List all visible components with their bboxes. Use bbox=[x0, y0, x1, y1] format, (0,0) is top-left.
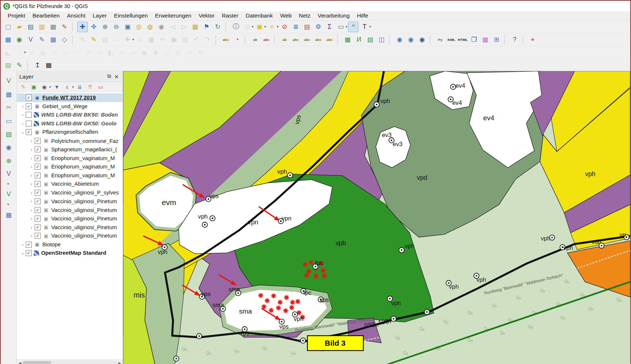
help-icon[interactable]: ? bbox=[510, 34, 520, 45]
layer-item-pflanzengesellschaften[interactable]: ⌄✓▣Pflanzengesellschaften bbox=[17, 128, 123, 137]
field-calculator-icon[interactable]: ▤ bbox=[302, 22, 312, 32]
layer-visibility-checkbox[interactable]: ✓ bbox=[26, 129, 32, 135]
expand-chevron-icon[interactable]: › bbox=[28, 139, 35, 143]
style-manager-icon[interactable]: ✎ bbox=[59, 22, 70, 32]
blue-grid-panel-icon[interactable]: ▦ bbox=[3, 89, 14, 99]
virtual-layer-icon[interactable]: ◇ bbox=[59, 34, 70, 45]
menu-projekt[interactable]: Projekt bbox=[4, 12, 29, 20]
menu-hilfe[interactable]: Hilfe bbox=[353, 12, 372, 20]
expand-chevron-icon[interactable]: › bbox=[19, 113, 26, 117]
database-manager-icon[interactable]: ◫ bbox=[376, 34, 387, 45]
new-bookmark-icon[interactable]: ⚑ bbox=[201, 22, 212, 32]
unpin-labels-icon[interactable]: abc bbox=[261, 34, 272, 45]
menu-netz[interactable]: Netz bbox=[295, 12, 314, 20]
highlight-pinned-labels-icon[interactable]: ab bbox=[279, 34, 290, 45]
remove-layer-icon[interactable]: ▭ bbox=[96, 83, 105, 91]
grid-color-tool-icon[interactable]: ▦ bbox=[480, 34, 491, 45]
table-grid-panel-icon[interactable]: ▦ bbox=[3, 210, 14, 219]
layer-labeling-icon[interactable]: abc bbox=[221, 34, 231, 45]
pan-map-icon[interactable]: ✚ bbox=[77, 22, 88, 32]
data-source-manager-icon[interactable]: ▩ bbox=[3, 34, 14, 45]
metasearch-globe-2-icon[interactable]: ◉ bbox=[406, 34, 416, 45]
raster-image-icon[interactable]: ▤ bbox=[365, 34, 376, 45]
menu-ansicht[interactable]: Ansicht bbox=[63, 12, 89, 20]
layer-visibility-checkbox[interactable]: ✓ bbox=[35, 181, 41, 187]
georeferencer-tool-icon[interactable]: ▩ bbox=[44, 60, 54, 70]
panel-close-icon[interactable]: ✕ bbox=[113, 73, 120, 80]
expand-all-icon[interactable]: ⇊ bbox=[75, 83, 84, 91]
new-print-layout-icon[interactable]: ▥ bbox=[37, 22, 47, 32]
new-project-icon[interactable]: ▢ bbox=[3, 22, 14, 32]
layer-item-eriophorum-vaginatum-m[interactable]: ›✓▣Eriophorum_vaginatum_M bbox=[17, 162, 123, 171]
refresh-icon[interactable]: ↻ bbox=[213, 22, 223, 32]
expand-chevron-icon[interactable]: › bbox=[28, 234, 35, 238]
panel-float-icon[interactable]: ⧉ bbox=[106, 73, 113, 80]
map-theme-tool-icon[interactable]: ▤ bbox=[3, 60, 14, 70]
layer-visibility-checkbox[interactable]: ✓ bbox=[26, 95, 32, 101]
kml-export-icon[interactable]: KML bbox=[446, 34, 457, 45]
attribute-table-icon[interactable]: ≣ bbox=[290, 22, 301, 32]
metasearch-globe-3-icon[interactable]: ◉ bbox=[417, 34, 428, 45]
pan-to-selection-icon[interactable]: ✜ bbox=[89, 22, 99, 32]
scrollbar-thumb[interactable] bbox=[23, 361, 51, 364]
layer-item-vaccinio-uliginosi-pinetum[interactable]: ›✓▣Vaccinio_uliginosi_Pinetum bbox=[17, 232, 123, 240]
zoom-native-icon[interactable]: ◉ bbox=[156, 22, 167, 32]
zoom-to-selection-icon[interactable]: ◎ bbox=[134, 22, 144, 32]
expand-chevron-icon[interactable]: › bbox=[19, 121, 26, 126]
layer-item-vaccinio-uliginosi-pinetum[interactable]: ›✓▣Vaccinio_uliginosi_Pinetum bbox=[17, 197, 123, 206]
layer-visibility-checkbox[interactable]: ✓ bbox=[35, 207, 41, 213]
expand-chevron-icon[interactable]: › bbox=[28, 147, 35, 152]
menu-raster[interactable]: Raster bbox=[218, 12, 242, 20]
show-hide-labels-icon[interactable]: abc bbox=[290, 34, 301, 45]
add-group-icon[interactable]: ▣ bbox=[30, 83, 38, 91]
layout-manager-icon[interactable]: ▦ bbox=[48, 22, 59, 32]
manage-map-themes-dropdown-icon[interactable]: ▾ bbox=[49, 85, 50, 89]
layer-item-openstreetmap-standard[interactable]: ⌄✓OpenStreetMap Standard bbox=[17, 249, 123, 258]
pin-labels-blue-icon[interactable]: ab bbox=[250, 34, 260, 45]
layer-item-wms-lgrb-bw-gk50-geolo[interactable]: ›WMS LGRB-BW GK50: Geolo bbox=[17, 119, 123, 128]
scroll-right-icon[interactable]: ▶ bbox=[117, 361, 123, 364]
expand-chevron-icon[interactable]: ⌄ bbox=[19, 130, 26, 134]
new-map-view-icon[interactable]: ▦ bbox=[190, 22, 200, 32]
layer-visibility-checkbox[interactable]: ✓ bbox=[35, 164, 41, 170]
map-tips-icon[interactable]: ❝ bbox=[348, 22, 359, 32]
layer-visibility-checkbox[interactable]: ✓ bbox=[26, 103, 32, 109]
python-console-icon[interactable]: Py bbox=[435, 34, 446, 45]
layer-item-biotope[interactable]: ›✓▣Biotope bbox=[17, 240, 123, 249]
layer-item-gebiet-und-wege[interactable]: ›✓▣Gebiet_und_Wege bbox=[17, 102, 123, 111]
menu-einstellungen[interactable]: Einstellungen bbox=[110, 12, 151, 20]
layer-item-vaccinio-uliginosi-p-sylves[interactable]: ›✓▣Vaccinio_uliginosi_P_sylves bbox=[17, 188, 123, 197]
layer-visibility-checkbox[interactable]: ✓ bbox=[35, 216, 41, 222]
menu-erweiterungen[interactable]: Erweiterungen bbox=[151, 12, 195, 20]
layer-item-eriophorum-vaginatum-m[interactable]: ›✓▣Eriophorum_vaginatum_M bbox=[17, 154, 123, 163]
manage-map-themes-icon[interactable]: ◉ bbox=[40, 83, 49, 91]
new-shapefile-icon[interactable]: V bbox=[25, 34, 36, 45]
world-panel-icon[interactable]: ⊕ bbox=[3, 156, 14, 165]
vector-edit-dropdown-icon[interactable]: ▾ bbox=[7, 202, 9, 206]
expand-chevron-icon[interactable]: › bbox=[28, 190, 35, 195]
layer-visibility-checkbox[interactable] bbox=[26, 112, 32, 118]
zoom-in-icon[interactable]: ⊕ bbox=[100, 22, 110, 32]
menu-datenbank[interactable]: Datenbank bbox=[242, 12, 277, 20]
expand-chevron-icon[interactable]: › bbox=[19, 104, 26, 109]
layer-item-funde-wt-2017-2019[interactable]: ✓◉Funde WT 2017 2019 bbox=[17, 93, 123, 102]
layer-item-wms-lgrb-bw-bk50-boden[interactable]: ›WMS LGRB-BW BK50: Boden bbox=[17, 111, 123, 120]
layer-item-polytrichum-commune-faz[interactable]: ›✓▣Polytrichum_commune_Faz bbox=[17, 136, 123, 145]
save-project-icon[interactable]: ▤ bbox=[25, 22, 36, 32]
globe-panel-icon[interactable]: ◉ bbox=[3, 142, 14, 152]
select-by-expression-icon[interactable]: ≡ bbox=[267, 22, 277, 32]
layer-item-vaccinio-uliginosi-pinetum[interactable]: ›✓▣Vaccinio_uliginosi_Pinetum bbox=[17, 214, 123, 223]
layer-visibility-checkbox[interactable]: ✓ bbox=[35, 198, 41, 205]
plugin-tool-icon[interactable]: ❒ bbox=[469, 34, 480, 45]
layer-diagram-icon[interactable]: ◔ bbox=[232, 34, 243, 45]
html-export-icon[interactable]: HTML bbox=[458, 34, 468, 45]
filter-by-expression-icon[interactable]: ε bbox=[63, 83, 72, 91]
metasearch-globe-1-icon[interactable]: ◉ bbox=[394, 34, 405, 45]
filter-legend-icon[interactable]: ▼ bbox=[52, 83, 61, 91]
menu-layer[interactable]: Layer bbox=[89, 12, 110, 20]
statistics-icon[interactable]: Σ bbox=[324, 22, 335, 32]
add-wms-layer-icon[interactable]: ◉ bbox=[14, 34, 25, 45]
toggle-editing-icon[interactable]: ✎ bbox=[89, 34, 99, 45]
processing-toolbox-icon[interactable]: ⚙ bbox=[313, 22, 324, 32]
expand-chevron-icon[interactable]: ⌄ bbox=[19, 251, 26, 255]
